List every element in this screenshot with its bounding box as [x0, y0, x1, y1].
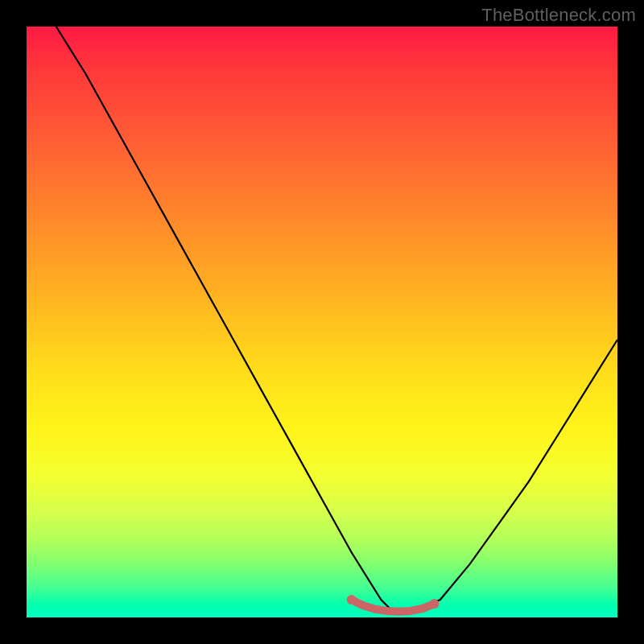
optimal-zone-start-dot: [347, 595, 357, 605]
optimal-zone-path: [352, 600, 435, 612]
watermark-text: TheBottleneck.com: [481, 5, 636, 26]
chart-svg: [27, 27, 617, 617]
optimal-zone-end-dot: [429, 599, 439, 609]
chart-frame: TheBottleneck.com: [0, 0, 644, 644]
bottleneck-curve-path: [56, 27, 617, 612]
plot-area: [27, 27, 617, 617]
